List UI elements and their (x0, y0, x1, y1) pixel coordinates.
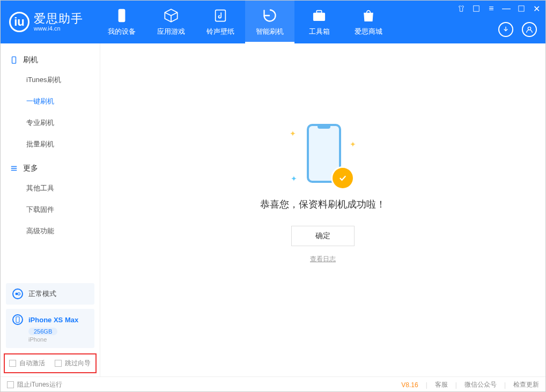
logo-area: iu 爱思助手 www.i4.cn (1, 12, 97, 32)
check-badge-icon (333, 168, 353, 188)
sidebar-group-more: 更多 (1, 159, 100, 177)
sidebar-item-other-tools[interactable]: 其他工具 (1, 177, 100, 199)
header-right-icons (498, 22, 537, 37)
svg-rect-7 (12, 57, 16, 63)
device-storage: 256GB (28, 328, 57, 335)
checkbox-label: 自动激活 (19, 359, 45, 368)
success-illustration: ✦ ✦ ✦ (285, 124, 360, 188)
nav-my-device[interactable]: 我的设备 (97, 1, 146, 43)
mode-icon (12, 289, 23, 299)
svg-rect-1 (216, 10, 226, 21)
music-icon (212, 8, 228, 24)
svg-rect-4 (474, 6, 479, 12)
tshirt-icon[interactable] (456, 4, 466, 13)
refresh-icon (262, 8, 278, 24)
ok-button[interactable]: 确定 (291, 226, 355, 246)
phone-icon (114, 8, 130, 24)
sidebar-group-title: 刷机 (23, 55, 38, 65)
success-message: 恭喜您，保资料刷机成功啦！ (260, 198, 386, 211)
mode-label: 正常模式 (28, 289, 56, 299)
svg-rect-3 (316, 11, 321, 13)
device-type: iPhone (12, 336, 47, 343)
svg-rect-2 (314, 13, 325, 20)
nav-smart-flash[interactable]: 智能刷机 (245, 1, 294, 43)
version-label: V8.16 (401, 381, 418, 389)
spark-icon: ✦ (290, 129, 296, 138)
nav-ringtones[interactable]: 铃声壁纸 (196, 1, 245, 43)
nav: 我的设备 应用游戏 铃声壁纸 智能刷机 工具箱 爱思商城 (97, 1, 393, 43)
download-button[interactable] (498, 22, 513, 37)
sidebar-item-itunes-flash[interactable]: iTunes刷机 (1, 69, 100, 91)
main-panel: ✦ ✦ ✦ 恭喜您，保资料刷机成功啦！ 确定 查看日志 (100, 43, 545, 376)
sidebar-group-flash: 刷机 (1, 51, 100, 69)
footer-link-update[interactable]: 检查更新 (513, 380, 539, 389)
view-log-link[interactable]: 查看日志 (310, 255, 336, 264)
close-button[interactable]: ✕ (532, 4, 541, 13)
checkbox-icon (9, 360, 16, 367)
sidebar-item-download-firmware[interactable]: 下载固件 (1, 199, 100, 220)
footer: 阻止iTunes运行 V8.16 | 客服 | 微信公众号 | 检查更新 (1, 376, 545, 392)
nav-label: 应用游戏 (157, 27, 185, 36)
window-controls: ≡ — ✕ (456, 4, 541, 13)
app-title: 爱思助手 (34, 12, 83, 25)
sidebar-item-batch-flash[interactable]: 批量刷机 (1, 134, 100, 155)
feedback-icon[interactable] (471, 4, 481, 13)
device-card[interactable]: iPhone XS Max 256GB iPhone (6, 309, 94, 348)
sidebar-item-advanced[interactable]: 高级功能 (1, 220, 100, 242)
menu-icon[interactable]: ≡ (486, 4, 496, 13)
footer-link-wechat[interactable]: 微信公众号 (464, 380, 497, 389)
device-icon (12, 314, 23, 325)
sidebar: 刷机 iTunes刷机 一键刷机 专业刷机 批量刷机 更多 其他工具 下载固件 … (1, 43, 100, 376)
nav-label: 铃声壁纸 (206, 27, 234, 36)
logo-icon: iu (9, 12, 29, 32)
body: 刷机 iTunes刷机 一键刷机 专业刷机 批量刷机 更多 其他工具 下载固件 … (1, 43, 545, 376)
spark-icon: ✦ (291, 174, 297, 183)
svg-rect-5 (519, 6, 524, 11)
footer-link-support[interactable]: 客服 (435, 380, 448, 389)
sidebar-item-pro-flash[interactable]: 专业刷机 (1, 112, 100, 134)
svg-point-9 (18, 293, 20, 295)
svg-point-8 (16, 293, 18, 295)
svg-point-6 (528, 27, 530, 29)
list-icon (10, 165, 18, 172)
checkbox-label: 跳过向导 (65, 359, 91, 368)
svg-rect-10 (16, 317, 19, 323)
user-button[interactable] (522, 22, 537, 37)
nav-label: 智能刷机 (256, 27, 284, 36)
maximize-button[interactable] (517, 4, 526, 13)
skip-guide-checkbox[interactable]: 跳过向导 (55, 359, 91, 368)
checkbox-icon (55, 360, 62, 367)
mode-card[interactable]: 正常模式 (6, 283, 94, 305)
nav-toolbox[interactable]: 工具箱 (294, 1, 344, 43)
block-itunes-checkbox[interactable]: 阻止iTunes运行 (7, 380, 62, 389)
nav-label: 爱思商城 (355, 27, 382, 36)
checkbox-icon (7, 381, 14, 388)
auto-activate-checkbox[interactable]: 自动激活 (9, 359, 45, 368)
sidebar-item-onekey-flash[interactable]: 一键刷机 (1, 91, 100, 112)
nav-label: 工具箱 (309, 27, 330, 36)
nav-apps-games[interactable]: 应用游戏 (146, 1, 196, 43)
header: iu 爱思助手 www.i4.cn 我的设备 应用游戏 铃声壁纸 智能刷机 工具… (1, 1, 545, 43)
nav-label: 我的设备 (108, 27, 136, 36)
phone-outline-icon (10, 56, 18, 64)
device-name: iPhone XS Max (28, 316, 78, 324)
sidebar-group-title: 更多 (23, 164, 38, 173)
options-highlight-box: 自动激活 跳过向导 (4, 353, 97, 373)
minimize-button[interactable]: — (501, 4, 511, 13)
toolbox-icon (311, 8, 327, 24)
app-subtitle: www.i4.cn (34, 25, 83, 32)
bag-icon (360, 8, 377, 24)
nav-store[interactable]: 爱思商城 (344, 1, 393, 43)
svg-rect-0 (119, 9, 125, 21)
spark-icon: ✦ (350, 140, 356, 149)
cube-icon (163, 8, 179, 24)
checkbox-label: 阻止iTunes运行 (17, 380, 62, 389)
